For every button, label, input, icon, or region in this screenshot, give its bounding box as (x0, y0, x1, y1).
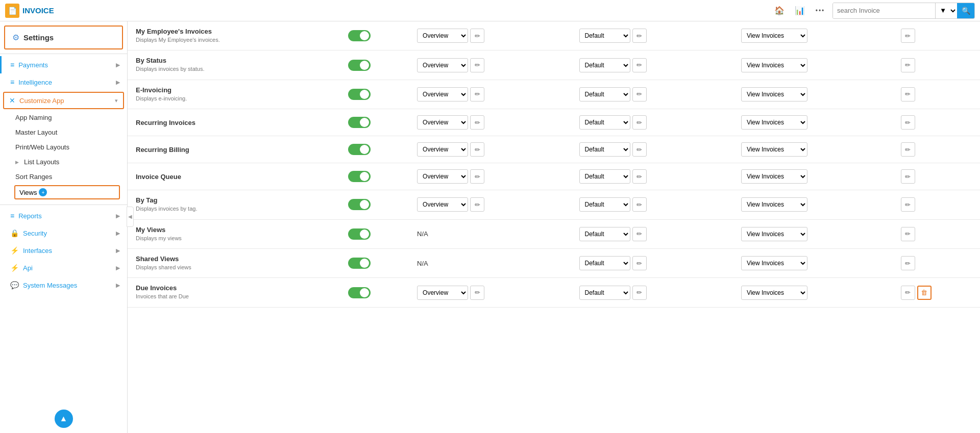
condition-edit-button[interactable]: ✏ (632, 197, 647, 212)
condition-edit-button[interactable]: ✏ (632, 29, 647, 43)
enabled-toggle[interactable] (348, 89, 371, 100)
layout-edit-button[interactable]: ✏ (470, 197, 484, 212)
enabled-toggle[interactable] (348, 60, 371, 71)
layout-edit-button[interactable]: ✏ (470, 58, 484, 72)
search-button[interactable]: 🔍 (957, 3, 974, 18)
row-edit-button[interactable]: ✏ (901, 142, 915, 157)
print-web-layouts-label: Print/Web Layouts (15, 143, 69, 151)
layout-dropdown[interactable]: Overview DetailList (417, 115, 468, 130)
search-type-dropdown[interactable]: ▼ (935, 3, 957, 18)
condition-dropdown[interactable]: Default Custom (579, 142, 630, 157)
layout-edit-button[interactable]: ✏ (470, 169, 484, 184)
condition-dropdown[interactable]: Default Custom (579, 58, 630, 72)
sidebar-sub-views[interactable]: Views + (14, 185, 120, 199)
enabled-toggle[interactable] (348, 228, 371, 240)
layout-edit-button[interactable]: ✏ (470, 286, 484, 300)
action-dropdown[interactable]: View Invoices Edit InvoicesDelete Invoic… (741, 115, 807, 130)
action-dropdown-group: View Invoices Edit InvoicesDelete Invoic… (741, 58, 893, 72)
action-dropdown[interactable]: View Invoices Edit InvoicesDelete Invoic… (741, 286, 807, 300)
layout-dropdown[interactable]: Overview DetailList (417, 169, 468, 184)
row-edit-button[interactable]: ✏ (901, 169, 915, 184)
action-cell: View Invoices Edit InvoicesDelete Invoic… (737, 50, 897, 80)
row-edit-button[interactable]: ✏ (901, 286, 915, 300)
row-edit-button[interactable]: ✏ (901, 58, 915, 72)
sidebar-item-api[interactable]: ⚡ Api ▶ (0, 259, 127, 276)
condition-edit-button[interactable]: ✏ (632, 58, 647, 72)
row-edit-button[interactable]: ✏ (901, 227, 915, 241)
payments-arrow: ▶ (116, 62, 120, 68)
more-button[interactable]: ••• (812, 3, 828, 19)
sidebar-sub-master-layout[interactable]: Master Layout (0, 125, 127, 140)
sidebar-item-interfaces[interactable]: ⚡ Interfaces ▶ (0, 242, 127, 259)
layout-dropdown[interactable]: Overview DetailList (417, 197, 468, 212)
condition-dropdown[interactable]: Default Custom (579, 87, 630, 101)
toggle-cell (343, 219, 413, 248)
enabled-toggle[interactable] (348, 199, 371, 210)
condition-dropdown[interactable]: Default Custom (579, 197, 630, 212)
row-delete-button[interactable]: 🗑 (917, 286, 932, 300)
sidebar-sub-app-naming[interactable]: App Naming (0, 110, 127, 125)
layout-dropdown[interactable]: Overview DetailList (417, 87, 468, 101)
row-edit-button[interactable]: ✏ (901, 197, 915, 212)
chart-button[interactable]: 📊 (792, 3, 808, 19)
row-edit-button[interactable]: ✏ (901, 256, 915, 270)
enabled-toggle[interactable] (348, 171, 371, 182)
sidebar-item-intelligence[interactable]: ≡ Intelligence ▶ (0, 73, 127, 91)
layout-edit-button[interactable]: ✏ (470, 115, 484, 130)
condition-edit-button[interactable]: ✏ (632, 227, 647, 241)
condition-edit-button[interactable]: ✏ (632, 142, 647, 157)
action-dropdown[interactable]: View Invoices Edit InvoicesDelete Invoic… (741, 197, 807, 212)
scroll-up-button[interactable]: ▲ (55, 410, 73, 428)
sidebar-item-reports[interactable]: ≡ Reports ▶ (0, 207, 127, 224)
action-dropdown[interactable]: View Invoices Edit InvoicesDelete Invoic… (741, 227, 807, 241)
condition-edit-button[interactable]: ✏ (632, 115, 647, 130)
sidebar-sub-print-web-layouts[interactable]: Print/Web Layouts (0, 140, 127, 155)
condition-edit-button[interactable]: ✏ (632, 286, 647, 300)
condition-dropdown[interactable]: Default Custom (579, 227, 630, 241)
app-logo: 📄 INVOICE (5, 4, 54, 18)
enabled-toggle[interactable] (348, 144, 371, 155)
layout-dropdown[interactable]: Overview DetailList (417, 58, 468, 72)
action-dropdown[interactable]: View Invoices Edit InvoicesDelete Invoic… (741, 142, 807, 157)
condition-edit-button[interactable]: ✏ (632, 169, 647, 184)
enabled-toggle[interactable] (348, 30, 371, 41)
condition-edit-button[interactable]: ✏ (632, 87, 647, 101)
enabled-toggle[interactable] (348, 117, 371, 128)
action-dropdown[interactable]: View Invoices Edit InvoicesDelete Invoic… (741, 58, 807, 72)
list-layouts-label: List Layouts (24, 158, 59, 166)
enabled-toggle[interactable] (348, 258, 371, 269)
sidebar-item-customize-app[interactable]: ✕ Customize App ▾ (3, 92, 124, 109)
sidebar-sub-sort-ranges[interactable]: Sort Ranges (0, 169, 127, 184)
row-edit-button[interactable]: ✏ (901, 87, 915, 101)
action-dropdown[interactable]: View Invoices Edit InvoicesDelete Invoic… (741, 29, 807, 43)
enabled-toggle[interactable] (348, 287, 371, 298)
condition-dropdown[interactable]: Default Custom (579, 29, 630, 43)
layout-dropdown[interactable]: Overview DetailList (417, 142, 468, 157)
layout-dropdown[interactable]: Overview DetailList (417, 286, 468, 300)
layout-edit-button[interactable]: ✏ (470, 29, 484, 43)
sidebar-item-system-messages[interactable]: 💬 System Messages ▶ (0, 276, 127, 294)
condition-dropdown[interactable]: Default Custom (579, 169, 630, 184)
action-dropdown[interactable]: View Invoices Edit InvoicesDelete Invoic… (741, 169, 807, 184)
row-edit-button[interactable]: ✏ (901, 115, 915, 130)
layout-edit-button[interactable]: ✏ (470, 142, 484, 157)
sidebar-sub-list-layouts[interactable]: List Layouts (0, 155, 127, 169)
condition-edit-button[interactable]: ✏ (632, 256, 647, 270)
home-button[interactable]: 🏠 (771, 3, 788, 19)
action-dropdown[interactable]: View Invoices Edit InvoicesDelete Invoic… (741, 256, 807, 270)
sidebar-item-payments[interactable]: ≡ Payments ▶ (0, 56, 127, 73)
settings-header[interactable]: ⚙ Settings (4, 26, 123, 49)
sidebar-item-security[interactable]: 🔒 Security ▶ (0, 224, 127, 242)
layout-cell: Overview DetailList ✏ (413, 190, 575, 219)
toggle-cell (343, 80, 413, 109)
view-description: Displays shared views (136, 264, 335, 271)
layout-edit-button[interactable]: ✏ (470, 87, 484, 101)
condition-dropdown[interactable]: Default Custom (579, 115, 630, 130)
condition-dropdown[interactable]: Default Custom (579, 256, 630, 270)
sidebar-collapse-handle[interactable]: ◀ (127, 207, 134, 227)
search-input[interactable] (833, 3, 935, 18)
action-dropdown[interactable]: View Invoices Edit InvoicesDelete Invoic… (741, 87, 807, 101)
layout-dropdown[interactable]: Overview DetailList (417, 29, 468, 43)
condition-dropdown[interactable]: Default Custom (579, 286, 630, 300)
row-edit-button[interactable]: ✏ (901, 29, 915, 43)
